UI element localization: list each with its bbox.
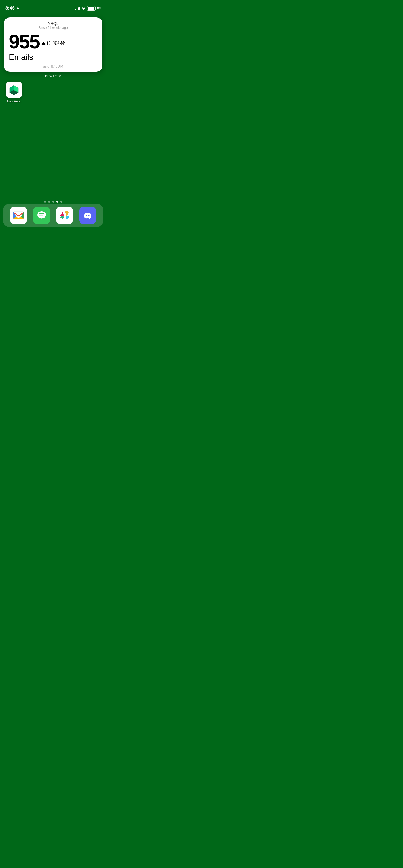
widget-value: 955: [9, 32, 40, 52]
widget-branding: New Relic: [0, 74, 106, 78]
svg-point-10: [62, 212, 63, 214]
page-dots: [0, 201, 106, 203]
dock-messages-icon[interactable]: [33, 207, 50, 224]
page-dot-5: [60, 201, 62, 203]
svg-rect-15: [65, 211, 69, 213]
svg-point-23: [88, 215, 89, 216]
app-grid: New Relic: [0, 78, 106, 103]
widget-header: NRQL Since 51 weeks ago: [9, 21, 97, 30]
svg-rect-21: [66, 216, 67, 219]
widget-label: Emails: [9, 53, 97, 62]
widget-footer: as of 8:45 AM: [9, 65, 97, 68]
widget-title: NRQL: [9, 21, 97, 26]
change-percent: 0.32%: [47, 39, 65, 47]
dock-gmail-icon[interactable]: [10, 207, 27, 224]
status-bar: 8:46 ➤ ⊜ 89: [0, 0, 106, 13]
status-time: 8:46 ➤: [5, 5, 19, 11]
dock-discord-icon[interactable]: [79, 207, 96, 224]
svg-rect-18: [62, 216, 63, 219]
nrql-widget[interactable]: NRQL Since 51 weeks ago 955 0.32% Emails…: [4, 18, 102, 72]
wifi-icon: ⊜: [82, 6, 85, 11]
dock: [3, 204, 103, 227]
change-arrow-icon: [41, 42, 46, 45]
page-dot-2: [48, 201, 50, 203]
new-relic-app-icon[interactable]: [6, 82, 22, 98]
widget-change: 0.32%: [41, 39, 65, 47]
widget-body: 955 0.32%: [9, 32, 97, 52]
battery-level: 89: [97, 6, 101, 10]
dock-slack-icon[interactable]: [56, 207, 73, 224]
status-icons: ⊜ 89: [75, 6, 101, 11]
page-dot-1: [44, 201, 46, 203]
svg-point-22: [86, 215, 87, 216]
new-relic-app-label: New Relic: [7, 100, 21, 103]
location-arrow-icon: ➤: [16, 6, 19, 10]
svg-point-20: [67, 216, 69, 218]
page-dot-3: [52, 201, 54, 203]
time-display: 8:46: [5, 5, 15, 11]
battery-icon: [87, 6, 96, 11]
app-item-new-relic[interactable]: New Relic: [4, 82, 24, 103]
page-dot-4: [56, 201, 58, 203]
signal-icon: [75, 6, 80, 10]
widget-subtitle: Since 51 weeks ago: [9, 26, 97, 30]
widget-timestamp: as of 8:45 AM: [9, 65, 97, 68]
